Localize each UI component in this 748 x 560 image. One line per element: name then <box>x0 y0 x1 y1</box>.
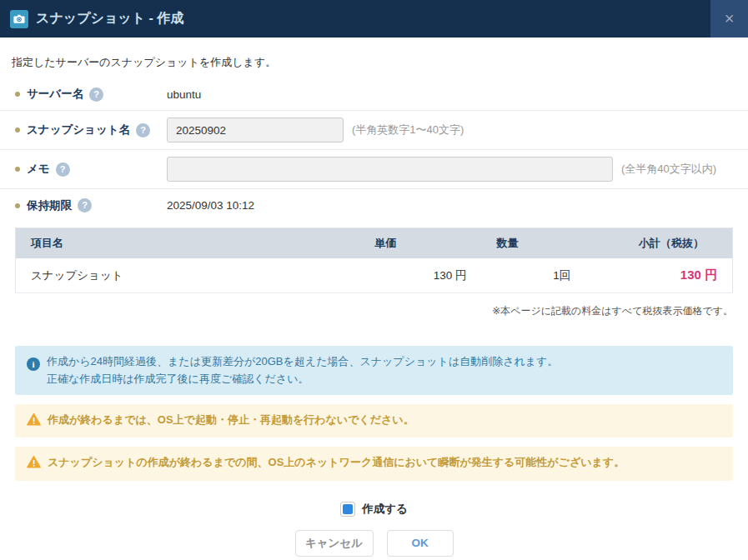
bullet-icon <box>15 128 20 132</box>
info-text: 作成から24時間経過後、または更新差分が20GBを超えた場合、スナップショットは… <box>47 352 558 388</box>
info-line-2: 正確な作成日時は作成完了後に再度ご確認ください。 <box>47 372 309 385</box>
warning-text-2: スナップショットの作成が終わるまでの間、OS上のネットワーク通信において瞬断が発… <box>48 453 625 471</box>
snapshot-name-hint: (半角英数字1〜40文字) <box>352 122 464 138</box>
memo-label: メモ <box>27 162 50 177</box>
col-header-unit-price: 単価 <box>359 228 481 259</box>
create-checkbox[interactable] <box>340 502 355 517</box>
modal-header: スナップショット - 作成 × <box>0 0 748 38</box>
help-icon[interactable]: ? <box>89 88 103 102</box>
retention-label-group: 保持期限 ? <box>15 198 167 213</box>
form-row-server-name: サーバー名 ? ubuntu <box>0 78 748 111</box>
retention-label: 保持期限 <box>27 198 72 213</box>
form-row-retention: 保持期限 ? 2025/09/03 10:12 <box>0 189 748 222</box>
warning-box-network: スナップショットの作成が終わるまでの間、OS上のネットワーク通信において瞬断が発… <box>15 447 733 480</box>
camera-icon <box>10 10 28 28</box>
col-header-item: 項目名 <box>16 228 360 259</box>
retention-value: 2025/09/03 10:12 <box>167 199 254 212</box>
create-checkbox-label: 作成する <box>362 502 408 517</box>
form-row-memo: メモ ? (全半角40文字以内) <box>0 150 748 189</box>
info-icon: i <box>27 355 40 372</box>
modal-title: スナップショット - 作成 <box>36 10 710 28</box>
info-box: i 作成から24時間経過後、または更新差分が20GBを超えた場合、スナップショッ… <box>15 346 733 395</box>
col-header-quantity: 数量 <box>481 228 585 259</box>
warning-text-1: 作成が終わるまでは、OS上で起動・停止・再起動を行わないでください。 <box>48 411 414 428</box>
help-icon[interactable]: ? <box>136 123 150 138</box>
ok-button[interactable]: OK <box>387 530 454 557</box>
snapshot-name-label: スナップショット名 <box>27 122 130 138</box>
snapshot-name-label-group: スナップショット名 ? <box>15 122 167 138</box>
button-row: キャンセル OK <box>0 530 748 557</box>
cancel-button[interactable]: キャンセル <box>295 530 374 557</box>
bullet-icon <box>15 203 20 208</box>
table-row: スナップショット 130 円 1回 130 円 <box>16 258 733 293</box>
col-header-subtotal: 小計（税抜） <box>585 228 732 259</box>
memo-input[interactable] <box>167 157 613 182</box>
warning-box-os-operations: 作成が終わるまでは、OS上で起動・停止・再起動を行わないでください。 <box>15 404 733 438</box>
cell-subtotal: 130 円 <box>585 258 732 293</box>
tax-note: ※本ページに記載の料金はすべて税抜表示価格です。 <box>0 304 733 318</box>
snapshot-name-input[interactable] <box>167 118 344 142</box>
server-name-label-group: サーバー名 ? <box>15 87 167 102</box>
info-line-1: 作成から24時間経過後、または更新差分が20GBを超えた場合、スナップショットは… <box>47 355 558 368</box>
warning-icon <box>27 456 41 473</box>
close-icon[interactable]: × <box>710 0 748 38</box>
cell-item-name: スナップショット <box>16 258 360 293</box>
dialog-description: 指定したサーバーのスナップショットを作成します。 <box>12 55 736 70</box>
warning-icon <box>27 413 41 431</box>
cell-quantity: 1回 <box>481 258 585 293</box>
server-name-label: サーバー名 <box>27 87 83 102</box>
help-icon[interactable]: ? <box>56 162 70 177</box>
bullet-icon <box>15 92 20 97</box>
help-icon[interactable]: ? <box>78 198 92 212</box>
create-checkbox-row: 作成する <box>0 502 748 517</box>
cell-unit-price: 130 円 <box>359 258 481 293</box>
form: サーバー名 ? ubuntu スナップショット名 ? (半角英数字1〜40文字)… <box>0 78 748 222</box>
price-table: 項目名 単価 数量 小計（税抜） スナップショット 130 円 1回 130 円 <box>15 228 733 293</box>
form-row-snapshot-name: スナップショット名 ? (半角英数字1〜40文字) <box>0 111 748 150</box>
bullet-icon <box>15 167 20 172</box>
memo-hint: (全半角40文字以内) <box>621 162 716 177</box>
server-name-value: ubuntu <box>167 88 201 101</box>
memo-label-group: メモ ? <box>15 162 167 177</box>
price-table-header-row: 項目名 単価 数量 小計（税抜） <box>16 228 733 259</box>
